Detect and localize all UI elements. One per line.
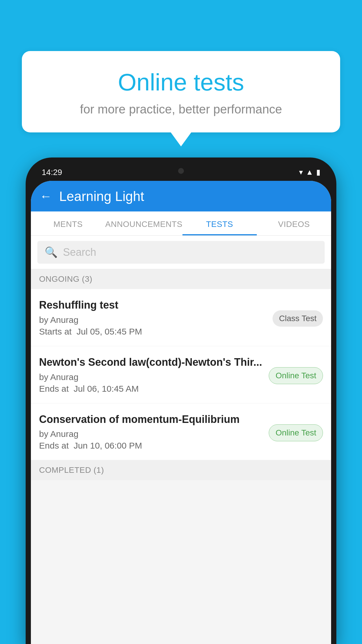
status-icons: ▾ ▲ ▮ xyxy=(299,168,320,177)
tab-videos[interactable]: VIDEOS xyxy=(257,211,331,235)
signal-icon: ▲ xyxy=(306,168,313,177)
test-item-author: by Anurag xyxy=(39,315,267,325)
test-item-name: Newton's Second law(contd)-Newton's Thir… xyxy=(39,356,263,369)
phone-notch xyxy=(161,163,201,179)
bubble-title: Online tests xyxy=(36,69,326,96)
test-badge-online: Online Test xyxy=(269,424,323,441)
test-item[interactable]: Newton's Second law(contd)-Newton's Thir… xyxy=(31,346,331,403)
back-button[interactable]: ← xyxy=(40,189,52,203)
bubble-subtitle: for more practice, better performance xyxy=(36,102,326,116)
test-item-author: by Anurag xyxy=(39,372,263,382)
search-placeholder: Search xyxy=(63,246,96,258)
battery-icon: ▮ xyxy=(316,168,320,177)
camera xyxy=(178,168,184,174)
test-badge-class: Class Test xyxy=(273,310,323,327)
search-icon: 🔍 xyxy=(45,246,58,258)
app-header: ← Learning Light xyxy=(31,181,331,211)
search-container: 🔍 Search xyxy=(31,236,331,269)
phone-frame: 14:29 ▾ ▲ ▮ ← Learning Light MENTS ANNOU… xyxy=(26,158,336,644)
wifi-icon: ▾ xyxy=(299,168,303,177)
test-item-info: Reshuffling test by Anurag Starts at Jul… xyxy=(39,298,273,337)
test-item[interactable]: Conservation of momentum-Equilibrium by … xyxy=(31,403,331,461)
test-item-info: Newton's Second law(contd)-Newton's Thir… xyxy=(39,356,269,394)
tab-announcements[interactable]: ANNOUNCEMENTS xyxy=(105,211,182,235)
test-item-name: Conservation of momentum-Equilibrium xyxy=(39,413,263,426)
section-ongoing-label: ONGOING (3) xyxy=(31,269,331,289)
test-item-info: Conservation of momentum-Equilibrium by … xyxy=(39,413,269,451)
phone-time: 14:29 xyxy=(42,168,62,177)
test-item[interactable]: Reshuffling test by Anurag Starts at Jul… xyxy=(31,289,331,346)
section-completed-label: COMPLETED (1) xyxy=(31,460,331,480)
status-bar: 14:29 ▾ ▲ ▮ xyxy=(26,163,336,182)
phone-screen: ← Learning Light MENTS ANNOUNCEMENTS TES… xyxy=(31,181,331,644)
test-item-time: Ends at Jul 06, 10:45 AM xyxy=(39,384,263,394)
test-item-name: Reshuffling test xyxy=(39,298,267,312)
test-list: Reshuffling test by Anurag Starts at Jul… xyxy=(31,289,331,460)
search-bar[interactable]: 🔍 Search xyxy=(37,241,325,264)
test-badge-online: Online Test xyxy=(269,367,323,384)
test-item-time: Starts at Jul 05, 05:45 PM xyxy=(39,327,267,337)
speech-bubble: Online tests for more practice, better p… xyxy=(22,51,340,132)
tabs-bar: MENTS ANNOUNCEMENTS TESTS VIDEOS xyxy=(31,211,331,236)
test-item-time: Ends at Jun 10, 06:00 PM xyxy=(39,441,263,451)
tab-ments[interactable]: MENTS xyxy=(31,211,105,235)
app-title: Learning Light xyxy=(59,188,144,204)
tab-tests[interactable]: TESTS xyxy=(182,211,257,235)
test-item-author: by Anurag xyxy=(39,429,263,439)
